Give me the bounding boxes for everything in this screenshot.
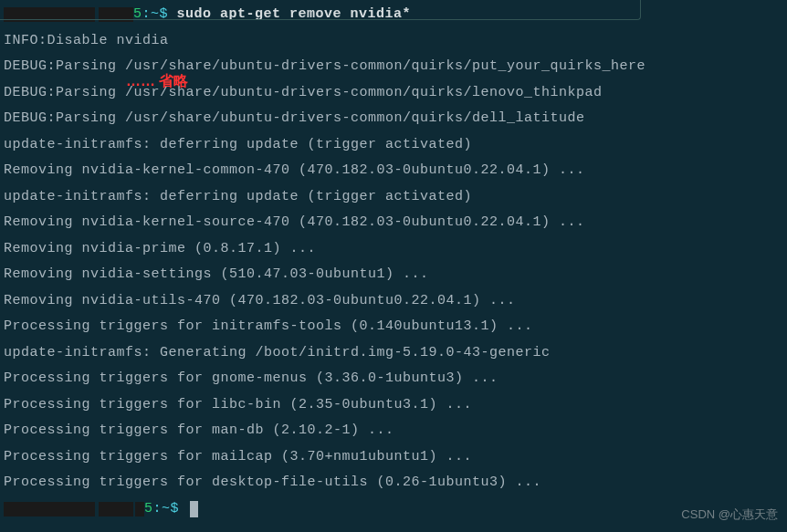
command-input[interactable]: sudo apt-get remove nvidia* (177, 2, 412, 28)
redacted-part (135, 502, 144, 516)
output-line: Removing nvidia-kernel-common-470 (470.1… (4, 158, 783, 184)
output-line: Removing nvidia-utils-470 (470.182.03-0u… (4, 288, 783, 315)
prompt-path: :~$ (142, 2, 177, 28)
output-line: update-initramfs: deferring update (trig… (4, 132, 783, 159)
output-line: DEBUG:Parsing /usr/share/ubuntu-drivers-… (4, 80, 783, 107)
prompt-path: :~$ (153, 496, 188, 523)
output-line: Removing nvidia-settings (510.47.03-0ubu… (4, 262, 783, 288)
output-line: Processing triggers for gnome-menus (3.3… (4, 366, 783, 392)
terminal-output: 5:~$ sudo apt-get remove nvidia* INFO:Di… (0, 0, 787, 524)
output-line: DEBUG:Parsing /usr/share/ubuntu-drivers-… (4, 106, 783, 132)
redacted-user (4, 502, 95, 516)
redacted-host (99, 502, 133, 516)
output-line: update-initramfs: Generating /boot/initr… (4, 340, 783, 367)
prompt-line-1[interactable]: 5:~$ sudo apt-get remove nvidia* (4, 2, 783, 28)
redacted-host (99, 7, 133, 22)
prompt-suffix: 5 (144, 496, 153, 523)
output-line: Removing nvidia-prime (0.8.17.1) ... (4, 236, 783, 263)
output-line: update-initramfs: deferring update (trig… (4, 184, 783, 211)
output-line: Processing triggers for mailcap (3.70+nm… (4, 444, 783, 471)
prompt-line-2[interactable]: 5:~$ (4, 496, 783, 523)
watermark-text: CSDN @心惠天意 (681, 504, 778, 527)
cursor-icon (190, 501, 198, 517)
output-line: Processing triggers for man-db (2.10.2-1… (4, 418, 783, 444)
prompt-suffix: 5 (133, 2, 142, 28)
output-line: Processing triggers for initramfs-tools … (4, 314, 783, 340)
annotation-text: …… 省略 (126, 68, 188, 95)
output-line: Processing triggers for desktop-file-uti… (4, 470, 783, 496)
output-line: Processing triggers for libc-bin (2.35-0… (4, 392, 783, 419)
redacted-user (4, 7, 95, 22)
output-line: INFO:Disable nvidia (4, 28, 783, 55)
output-line: Removing nvidia-kernel-source-470 (470.1… (4, 210, 783, 236)
output-line: DEBUG:Parsing /usr/share/ubuntu-drivers-… (4, 54, 783, 80)
